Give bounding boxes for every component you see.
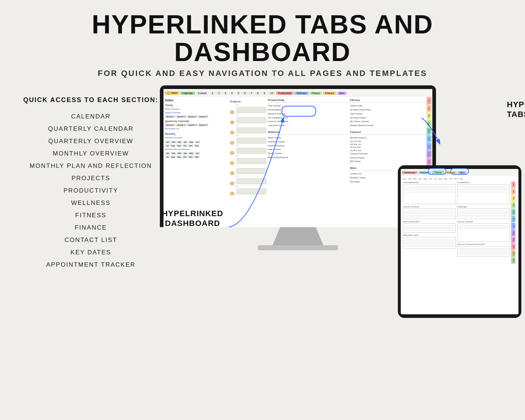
btn-jun2[interactable]: Jun <box>195 152 200 155</box>
btn-jan[interactable]: Jan <box>165 141 170 144</box>
link-running-tracker[interactable]: Running Tracker <box>350 116 431 120</box>
link-bucket-list[interactable]: My Bucket List <box>165 127 229 131</box>
tab-fitness[interactable]: Fitness <box>310 92 322 95</box>
link-monthly-plan[interactable]: Monthly Plan & Reflection <box>165 148 229 152</box>
ipad-side-tab-apr[interactable]: Apr <box>511 202 516 209</box>
btn-qc1[interactable]: Quarter 1 <box>165 124 175 126</box>
btn-sep2[interactable]: Sep <box>176 156 182 158</box>
quick-access-item[interactable]: PROJECTS <box>15 172 167 185</box>
btn-jul[interactable]: Jul <box>165 144 170 147</box>
btn-apr[interactable]: Apr <box>183 141 188 144</box>
link-fitness-goal[interactable]: Fitness Goal <box>350 104 431 108</box>
tab-9[interactable]: 9 <box>262 92 267 95</box>
btn-oct[interactable]: Oct <box>182 144 188 147</box>
ipad-side-tab-mar[interactable]: Mar <box>511 195 516 202</box>
tab-6[interactable]: 6 <box>242 92 248 95</box>
ipad-month-nov[interactable]: Nov <box>454 178 458 180</box>
tab-7[interactable]: 7 <box>249 92 254 95</box>
link-workout-tracker[interactable]: Weekly Workout Tracker <box>350 124 431 128</box>
ipad-side-tab-sep[interactable]: Sep <box>511 237 516 243</box>
link-yearly-overview[interactable]: Yearly Overview <box>165 111 229 115</box>
link-bill-tracker[interactable]: Bill Tracker <box>350 159 431 163</box>
btn-dec2[interactable]: Dec <box>194 156 200 158</box>
btn-may[interactable]: May <box>188 141 194 144</box>
ipad-tab-productivity[interactable]: Productivity <box>402 171 417 174</box>
link-priority-matrix[interactable]: Priority Matrix <box>268 108 349 112</box>
link-step-tracker[interactable]: Step Tracker <box>350 112 431 116</box>
finance-jun[interactable]: Jun <box>358 143 362 145</box>
btn-aug[interactable]: Aug <box>170 144 176 147</box>
finance-dec[interactable]: Dec <box>358 149 362 152</box>
tab-4[interactable]: 4 <box>229 92 235 95</box>
finance-feb[interactable]: Feb <box>354 140 357 142</box>
side-tab-jan[interactable]: Jan <box>427 97 432 104</box>
ipad-tab-fitness[interactable]: Fitness <box>432 171 444 174</box>
side-tab-may[interactable]: May <box>427 128 432 135</box>
quick-access-item[interactable]: QUARTERLY OVERVIEW <box>15 135 167 148</box>
ipad-side-tab-jan[interactable]: Jan <box>511 181 516 188</box>
quick-access-item[interactable]: FINANCE <box>15 222 167 234</box>
btn-jan2[interactable]: Jan <box>165 152 170 155</box>
link-habit-tracker[interactable]: Habit Tracker <box>268 148 349 152</box>
btn-jul2[interactable]: Jul <box>165 156 170 158</box>
btn-nov2[interactable]: Nov <box>188 156 194 158</box>
quick-access-item[interactable]: PRODUCTIVITY <box>15 185 167 197</box>
finance-mar[interactable]: Mar <box>358 140 361 142</box>
side-tab-jul[interactable]: Jul <box>427 143 432 150</box>
ipad-month-jan[interactable]: Jan <box>403 178 406 180</box>
btn-apr2[interactable]: Apr <box>183 152 188 155</box>
side-tab-aug[interactable]: Aug <box>427 150 432 158</box>
link-monthly-finance[interactable]: Monthly Finance <box>350 136 431 140</box>
link-30days[interactable]: 30 Days Fitness Plan <box>350 108 431 112</box>
ipad-month-jun[interactable]: Jun <box>429 178 432 180</box>
quick-access-item[interactable]: QUARTERLY CALENDAR <box>15 123 167 135</box>
finance-may[interactable]: May <box>354 143 358 145</box>
btn-jun[interactable]: Jun <box>195 141 200 144</box>
btn-qc4[interactable]: Quarter 4 <box>198 124 209 126</box>
quick-access-item[interactable]: APPOINTMENT TRACKER <box>15 259 167 271</box>
finance-apr[interactable]: Apr <box>350 143 354 145</box>
link-fitness-journey[interactable]: My Fitness Journey <box>350 120 431 124</box>
quick-access-item[interactable]: MONTHLY OVERVIEW <box>15 148 167 160</box>
tab-misc[interactable]: Misc <box>337 92 347 95</box>
ipad-month-dec[interactable]: Dec <box>460 178 463 180</box>
btn-qc3[interactable]: Quarter 3 <box>187 124 197 126</box>
ipad-tab-misc[interactable]: Misc <box>458 171 467 174</box>
link-sleep-tracker[interactable]: Sleep Tracker <box>268 136 349 140</box>
btn-oct2[interactable]: Oct <box>182 156 188 158</box>
tab-productivity[interactable]: Productivity <box>276 92 294 95</box>
ipad-side-tab-dec[interactable]: Dec <box>511 257 516 264</box>
btn-q4[interactable]: Quarter 4 <box>198 115 209 118</box>
ipad-month-sep[interactable]: Sep <box>444 178 448 180</box>
link-forgetting-curve[interactable]: The Forgetting Curve <box>268 116 349 120</box>
tab-1[interactable]: 1 <box>210 92 215 95</box>
ipad-side-tab-feb[interactable]: Feb <box>511 188 516 195</box>
ipad-side-tab-oct[interactable]: Oct <box>511 243 516 250</box>
btn-feb2[interactable]: Feb <box>171 152 176 155</box>
link-2023-calendar[interactable]: 2023 Calendar <box>165 108 229 111</box>
tab-index[interactable]: 🏠 Index <box>165 91 179 95</box>
finance-nov[interactable]: Nov <box>354 149 358 152</box>
side-tab-feb[interactable]: Feb <box>427 105 432 112</box>
ipad-side-tab-jul[interactable]: Jul <box>511 223 516 229</box>
tab-5[interactable]: 5 <box>235 92 241 95</box>
ipad-month-oct[interactable]: Oct <box>449 178 452 180</box>
link-long-term-goals[interactable]: Long-Term Goals <box>268 124 349 128</box>
side-tab-jun[interactable]: Jun <box>427 135 432 142</box>
finance-oct[interactable]: Oct <box>350 149 354 152</box>
side-tab-apr[interactable]: Apr <box>427 120 432 127</box>
link-positive-thinking[interactable]: Positive Thinking <box>268 144 349 148</box>
quick-access-item[interactable]: CALENDAR <box>15 110 167 123</box>
finance-jul[interactable]: Jul <box>350 146 353 148</box>
btn-mar2[interactable]: Mar <box>177 152 182 155</box>
ipad-month-mar[interactable]: Mar <box>413 178 416 180</box>
btn-q3[interactable]: Quarter 3 <box>187 115 197 118</box>
ipad-side-tab-nov[interactable]: Nov <box>511 250 516 257</box>
btn-aug2[interactable]: Aug <box>170 156 176 158</box>
link-finance-overview[interactable]: Finance Overview <box>350 152 431 156</box>
quick-access-item[interactable]: KEY DATES <box>15 246 167 259</box>
tab-10[interactable]: 10 <box>268 92 275 95</box>
tab-custom[interactable]: Custom <box>196 92 209 95</box>
link-level10[interactable]: Level 10 Life Planner <box>268 120 349 124</box>
btn-q1[interactable]: Quarter 1 <box>165 115 175 118</box>
